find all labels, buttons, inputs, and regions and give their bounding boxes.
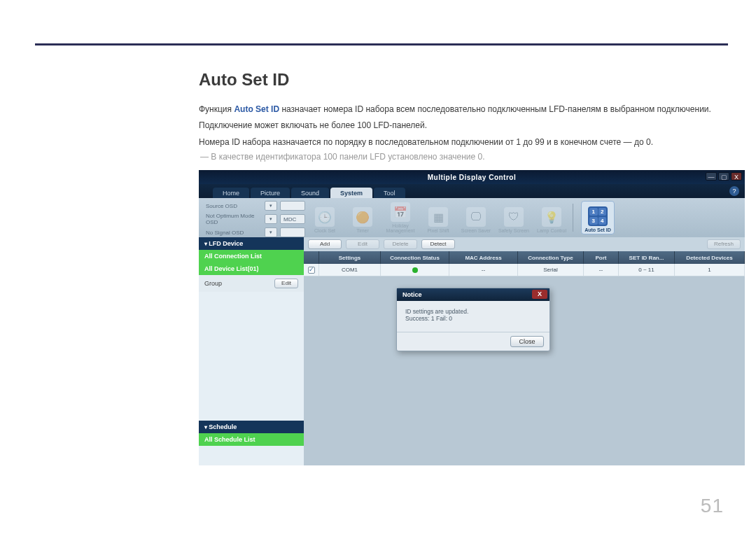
osd-label-3: No Signal OSD xyxy=(206,230,262,236)
cell-range: 0 ~ 11 xyxy=(619,264,675,276)
osd-label-1: Source OSD xyxy=(206,203,262,209)
dialog-close-x[interactable]: X xyxy=(532,290,547,299)
osd-label-2: Not Optimum Mode OSD xyxy=(206,213,262,225)
sidebar-group-label: Group xyxy=(204,280,222,287)
sidebar-all-device[interactable]: All Device List(01) xyxy=(199,262,304,275)
tool-pixel-shift[interactable]: ▦Pixel Shift xyxy=(421,201,455,234)
sidebar-group-row: Group Edit xyxy=(199,275,304,292)
dialog-body: ID settings are updated. Success: 1 Fail… xyxy=(397,301,550,332)
grid-icon: ▦ xyxy=(428,207,448,227)
th-port: Port xyxy=(584,251,619,264)
clock-icon: 🕒 xyxy=(315,207,335,227)
delete-button[interactable]: Delete xyxy=(384,239,417,249)
osd-dropdown-3[interactable]: ▾ xyxy=(265,227,277,237)
p1-post: назначает номера ID набора всем последов… xyxy=(279,104,711,114)
cell-detected: 1 xyxy=(675,264,745,276)
calendar-icon: 📅 xyxy=(391,202,410,222)
tool-lamp-control[interactable]: 💡Lamp Control xyxy=(535,201,568,234)
osd-value-2[interactable]: MDC OSD xyxy=(280,214,305,224)
tool-safety-screen[interactable]: 🛡Safety Screen xyxy=(497,201,531,234)
window-minimize-button[interactable]: — xyxy=(706,172,717,181)
sidebar-header-schedule[interactable]: Schedule xyxy=(199,421,304,433)
device-table: Settings Connection Status MAC Address C… xyxy=(304,251,745,465)
osd-panel: Source OSD ▾ Not Optimum Mode OSD ▾ MDC … xyxy=(203,198,308,237)
note-line: В качестве идентификатора 100 панели LFD… xyxy=(200,152,731,162)
edit-button[interactable]: Edit xyxy=(346,239,379,249)
app-title: Multiple Display Control xyxy=(199,174,745,181)
osd-value-1[interactable] xyxy=(280,201,305,211)
osd-dropdown-1[interactable]: ▾ xyxy=(265,201,277,211)
app-window: Multiple Display Control — ▢ X Home Pict… xyxy=(199,170,745,465)
action-bar: Add Edit Delete Detect Refresh xyxy=(304,237,745,251)
title-bar: Multiple Display Control — ▢ X xyxy=(199,170,745,184)
section-divider xyxy=(35,43,728,45)
timer-icon: 🟠 xyxy=(353,207,372,227)
main-area: Add Edit Delete Detect Refresh Settings … xyxy=(304,237,745,465)
help-button[interactable]: ? xyxy=(729,186,739,196)
dialog-title: Notice xyxy=(402,291,422,298)
window-maximize-button[interactable]: ▢ xyxy=(718,172,729,181)
notice-dialog: Notice X ID settings are updated. Succes… xyxy=(396,288,550,351)
th-conn-status: Connection Status xyxy=(381,251,449,264)
tab-sound[interactable]: Sound xyxy=(291,188,329,198)
refresh-button[interactable]: Refresh xyxy=(707,239,741,249)
cell-status xyxy=(381,264,449,276)
tool-icons-row: 🕒Clock Set 🟠Timer 📅Holiday Management ▦P… xyxy=(308,198,741,237)
paragraph-2: Подключение может включать не более 100 … xyxy=(199,118,731,132)
cell-settings: COM1 xyxy=(319,264,381,276)
tab-picture[interactable]: Picture xyxy=(251,188,290,198)
row-checkbox[interactable] xyxy=(308,267,315,274)
table-header: Settings Connection Status MAC Address C… xyxy=(304,251,745,264)
paragraph-3: Номера ID набора назначается по порядку … xyxy=(199,135,731,149)
sidebar: LFD Device All Connection List All Devic… xyxy=(199,237,304,465)
toolbar: Source OSD ▾ Not Optimum Mode OSD ▾ MDC … xyxy=(199,198,745,237)
th-check xyxy=(304,251,319,264)
shield-icon: 🛡 xyxy=(504,207,524,227)
cell-mac: -- xyxy=(449,264,518,276)
th-mac: MAC Address xyxy=(449,251,518,264)
th-detected: Detected Devices xyxy=(675,251,745,264)
th-conn-type: Connection Type xyxy=(518,251,584,264)
sidebar-all-schedule[interactable]: All Schedule List xyxy=(199,433,304,446)
add-button[interactable]: Add xyxy=(308,239,342,249)
tab-home[interactable]: Home xyxy=(213,188,249,198)
cell-port: -- xyxy=(584,264,619,276)
sidebar-header-lfd[interactable]: LFD Device xyxy=(199,237,304,250)
dialog-close-button[interactable]: Close xyxy=(510,336,544,347)
tab-tool[interactable]: Tool xyxy=(374,188,405,198)
tool-auto-set-id[interactable]: 1234 Auto Set ID xyxy=(581,201,615,234)
th-settings: Settings xyxy=(319,251,381,264)
tab-system[interactable]: System xyxy=(330,188,372,198)
main-tabs: Home Picture Sound System Tool ? xyxy=(199,184,745,198)
table-row[interactable]: COM1 -- Serial -- 0 ~ 11 1 xyxy=(304,264,745,276)
auto-set-id-icon: 1234 xyxy=(588,206,608,226)
paragraph-1: Функция Auto Set ID назначает номера ID … xyxy=(199,102,731,116)
window-close-button[interactable]: X xyxy=(731,172,742,181)
tool-screen-saver[interactable]: 🖵Screen Saver xyxy=(459,201,493,234)
lamp-icon: 💡 xyxy=(542,207,561,227)
tool-timer[interactable]: 🟠Timer xyxy=(346,201,379,234)
th-setid-range: SET ID Ran... xyxy=(619,251,675,264)
keyword-auto-set-id: Auto Set ID xyxy=(234,104,279,114)
page-number: 51 xyxy=(701,495,724,517)
p1-pre: Функция xyxy=(199,104,234,114)
screen-icon: 🖵 xyxy=(466,207,486,227)
page-title: Auto Set ID xyxy=(199,70,731,90)
dialog-title-bar: Notice X xyxy=(397,288,550,301)
sidebar-all-connection[interactable]: All Connection List xyxy=(199,250,304,262)
osd-value-3[interactable] xyxy=(280,227,305,237)
status-dot-icon xyxy=(412,267,418,273)
cell-type: Serial xyxy=(518,264,584,276)
osd-dropdown-2[interactable]: ▾ xyxy=(265,214,277,224)
tool-clock-set[interactable]: 🕒Clock Set xyxy=(308,201,342,234)
detect-button[interactable]: Detect xyxy=(421,239,455,249)
dialog-line-1: ID settings are updated. xyxy=(405,308,541,315)
tool-holiday[interactable]: 📅Holiday Management xyxy=(384,201,417,234)
dialog-line-2: Success: 1 Fail: 0 xyxy=(405,315,541,322)
sidebar-empty xyxy=(199,292,304,421)
sidebar-edit-button[interactable]: Edit xyxy=(274,279,298,288)
